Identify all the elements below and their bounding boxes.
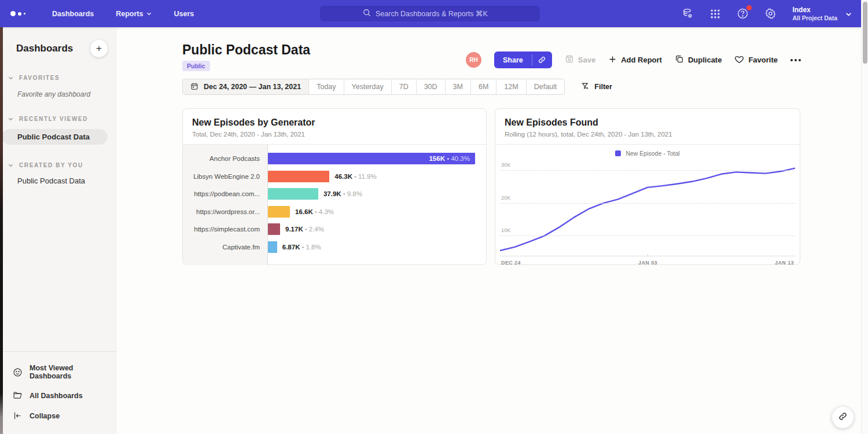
nav-item-reports[interactable]: Reports	[116, 10, 152, 18]
bar-category-label: Libsyn WebEngine 2.0	[183, 173, 268, 180]
filter-button[interactable]: Filter	[581, 82, 612, 92]
chevron-down-icon	[8, 116, 13, 122]
favorites-empty-text: Favorite any dashboard	[17, 90, 117, 98]
sidebar: Dashboards + FAVORITES Favorite any dash…	[0, 27, 117, 434]
sidebar-item-public-podcast-data[interactable]: Public Podcast Data	[2, 129, 108, 145]
nav-item-dashboards[interactable]: Dashboards	[52, 10, 94, 18]
bar[interactable]	[268, 171, 329, 182]
preset-yesterday[interactable]: Yesterday	[344, 79, 392, 94]
legend-label: New Episode - Total	[626, 150, 679, 157]
section-recently-viewed[interactable]: RECENTLY VIEWED	[0, 116, 117, 122]
main-content: Public Podcast Data Public RH Share Save…	[117, 27, 861, 434]
favorite-button[interactable]: Favorite	[734, 54, 778, 66]
x-axis-labels: DEC 24 JAN 03 JAN 13	[501, 260, 794, 266]
y-tick-label: 30K	[501, 162, 511, 168]
bar[interactable]	[268, 223, 280, 235]
duplicate-button[interactable]: Duplicate	[675, 54, 722, 65]
date-bar: Dec 24, 2020 — Jan 13, 2021 Today Yester…	[182, 79, 612, 95]
line-plot: 10K20K30K	[500, 161, 795, 256]
bar[interactable]	[268, 241, 277, 253]
share-link-icon[interactable]	[532, 52, 552, 68]
bar-category-label: Captivate.fm	[183, 244, 268, 251]
workspace-switcher[interactable]: Index All Project Data	[792, 6, 851, 21]
legend-swatch	[615, 150, 621, 156]
page-scrollbar[interactable]	[861, 0, 868, 434]
bar-category-label: https://podbean.com...	[183, 190, 268, 197]
copy-icon	[675, 54, 684, 65]
gridline	[500, 170, 795, 171]
workspace-name: Index	[792, 6, 837, 14]
gridline	[500, 236, 795, 236]
heart-icon	[734, 54, 744, 66]
app-logo-icon[interactable]	[10, 11, 30, 16]
card-title: New Episodes by Generator	[192, 117, 477, 128]
apps-grid-icon[interactable]	[709, 8, 721, 20]
share-button[interactable]: Share	[494, 52, 552, 68]
collapse-sidebar-button[interactable]: Collapse	[3, 406, 117, 426]
search-input[interactable]	[376, 10, 497, 18]
preset-7d[interactable]: 7D	[392, 79, 417, 94]
bar[interactable]: 156K • 40.3%	[268, 153, 475, 164]
dashboard-actions: RH Share Save Add Report Duplicate Favor…	[466, 52, 801, 68]
preset-3m[interactable]: 3M	[446, 79, 471, 94]
section-favorites[interactable]: FAVORITES	[0, 75, 117, 81]
y-tick-label: 20K	[501, 195, 511, 201]
preset-today[interactable]: Today	[309, 79, 344, 94]
help-icon[interactable]	[737, 8, 749, 20]
preset-6m[interactable]: 6M	[471, 79, 496, 94]
x-tick: JAN 03	[638, 260, 657, 266]
copy-link-floating-button[interactable]	[832, 407, 854, 428]
global-search[interactable]	[320, 6, 540, 21]
public-badge: Public	[182, 61, 210, 71]
collapse-icon	[13, 411, 23, 421]
screen-edge-strip	[0, 27, 3, 434]
card-subtitle: Rolling (12 hours), total, Dec 24th, 202…	[505, 131, 790, 138]
link-icon	[838, 411, 848, 424]
card-subtitle: Total, Dec 24th, 2020 - Jan 13th, 2021	[192, 131, 477, 138]
sidebar-item-public-podcast-data-2[interactable]: Public Podcast Data	[17, 176, 117, 185]
settings-gear-icon[interactable]	[764, 8, 777, 20]
data-sources-icon[interactable]	[682, 8, 694, 20]
bar[interactable]	[268, 188, 318, 200]
y-tick-label: 10K	[501, 227, 511, 233]
bar-row: Anchor Podcasts156K • 40.3%	[183, 150, 486, 168]
section-created-by-you[interactable]: CREATED BY YOU	[0, 162, 117, 168]
preset-default[interactable]: Default	[527, 79, 565, 94]
chevron-down-icon	[845, 11, 851, 16]
all-dashboards-button[interactable]: All Dashboards	[3, 385, 117, 406]
bar-row: Libsyn WebEngine 2.046.3K•11.9%	[183, 168, 486, 186]
more-options-button[interactable]	[790, 59, 801, 61]
bar-value: 9.17K•2.4%	[285, 226, 324, 233]
chevron-down-icon	[8, 163, 13, 168]
bar-rows: Anchor Podcasts156K • 40.3%Libsyn WebEng…	[183, 145, 486, 256]
save-icon	[565, 54, 574, 65]
page-title: Public Podcast Data	[182, 42, 310, 58]
bar-value: 37.9K•9.8%	[323, 190, 362, 197]
line-series	[500, 161, 795, 256]
nav-item-users[interactable]: Users	[174, 10, 194, 18]
bar-category-label: https://simplecast.com	[183, 226, 268, 233]
chevron-down-icon	[8, 75, 13, 80]
sidebar-title: Dashboards	[16, 43, 73, 54]
add-dashboard-button[interactable]: +	[90, 40, 108, 57]
notification-dot	[746, 5, 752, 10]
avatar[interactable]: RH	[466, 52, 481, 68]
save-button[interactable]: Save	[565, 54, 595, 65]
workspace-scope: All Project Data	[792, 14, 837, 21]
bar-category-label: https://wordpress.or...	[183, 208, 268, 215]
most-viewed-dashboards-button[interactable]: Most Viewed Dashboards	[3, 359, 117, 385]
preset-30d[interactable]: 30D	[417, 79, 446, 94]
add-report-button[interactable]: Add Report	[608, 55, 662, 65]
folder-icon	[13, 391, 23, 400]
gridline	[500, 203, 795, 204]
preset-12m[interactable]: 12M	[496, 79, 526, 94]
bar-row: https://podbean.com...37.9K•9.8%	[183, 185, 486, 203]
filter-funnel-icon	[581, 82, 590, 92]
date-range-picker[interactable]: Dec 24, 2020 — Jan 13, 2021	[183, 79, 309, 94]
bar-value: 46.3K•11.9%	[334, 173, 376, 180]
plus-icon	[608, 55, 617, 65]
scrollbar-thumb[interactable]	[863, 2, 867, 64]
bar[interactable]	[268, 206, 290, 218]
bar-row: https://wordpress.or...16.6K•4.3%	[183, 203, 486, 221]
top-nav: Dashboards Reports Users Index All Proje…	[0, 0, 861, 27]
